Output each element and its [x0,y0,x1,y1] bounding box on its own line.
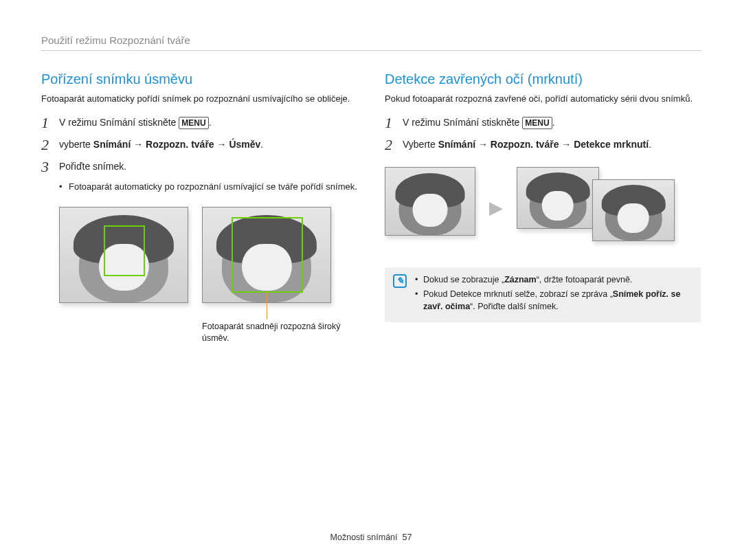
right-step-1: 1 V režimu Snímání stiskněte MENU. [385,115,701,131]
note2-post: “. Pořiďte další snímek. [470,302,559,311]
step-text: V režimu Snímání stiskněte MENU. [403,115,555,130]
step-number: 1 [41,115,59,131]
note-icon: ✎ [393,274,407,288]
right-intro: Pokud fotoaparát rozpozná zavřené oči, p… [385,93,701,105]
menu-button-icon: MENU [179,117,208,130]
blink-photo-series [517,167,695,249]
left-step-1: 1 V režimu Snímání stiskněte MENU. [41,115,357,131]
note1-post: “, držte fotoaparát pevně. [537,275,633,284]
step-number: 2 [385,137,403,153]
right-step-2: 2 Vyberte Snímání → Rozpozn. tváře → Det… [385,137,701,153]
content-columns: Pořízení snímku úsměvu Fotoaparát automa… [41,71,701,344]
step2-bold: Snímání → Rozpozn. tváře → Úsměv [93,139,261,150]
footer-page-number: 57 [403,533,412,542]
step1-pre: V režimu Snímání stiskněte [403,117,522,128]
left-column: Pořízení snímku úsměvu Fotoaparát automa… [41,71,357,344]
step2-pre: vyberte [59,139,93,150]
note-box: ✎ Dokud se zobrazuje „Záznam“, držte fot… [385,267,701,323]
smile-caption: Fotoaparát snadněji rozpozná široký úsmě… [202,321,346,344]
left-image-row: Fotoaparát snadněji rozpozná široký úsmě… [59,207,357,344]
left-step-2: 2 vyberte Snímání → Rozpozn. tváře → Úsm… [41,137,357,153]
step-number: 3 [41,159,59,175]
step1-post: . [552,117,555,128]
note1-pre: Dokud se zobrazuje „ [423,275,504,284]
footer-label: Možnosti snímání [330,533,398,542]
right-section-title: Detekce zavřených očí (mrknutí) [385,71,701,87]
note-item-2: Pokud Detekce mrknutí selže, zobrazí se … [415,289,693,313]
menu-button-icon: MENU [522,117,552,130]
step2-pre: Vyberte [403,139,438,150]
arrow-right-icon: ▶ [489,197,503,219]
callout-line [267,292,267,320]
page-footer: Možnosti snímání 57 [0,533,742,542]
step-text: Vyberte Snímání → Rozpozn. tváře → Detek… [403,137,651,152]
blink-series-photo-2 [592,179,675,241]
blink-series-photo-1 [517,167,599,229]
note2-pre: Pokud Detekce mrknutí selže, zobrazí se … [423,289,613,299]
step-number: 1 [385,115,403,131]
breadcrumb: Použití režimu Rozpoznání tváře [41,34,701,51]
step-text: Pořiďte snímek. [59,159,126,174]
note1-bold: Záznam [504,275,537,284]
left-step3-bullet: Fotoaparát automaticky po rozpoznání usm… [59,181,357,193]
right-column: Detekce zavřených očí (mrknutí) Pokud fo… [385,71,701,344]
step2-bold: Snímání → Rozpozn. tváře → Detekce mrknu… [438,139,649,150]
left-section-title: Pořízení snímku úsměvu [41,71,357,87]
blink-photo-detected [385,167,475,236]
note-item-1: Dokud se zobrazuje „Záznam“, držte fotoa… [415,274,693,287]
left-intro: Fotoaparát automaticky pořídí snímek po … [41,93,357,105]
smile-photo-large-rect [202,207,331,303]
step1-pre: V režimu Snímání stiskněte [59,117,179,128]
step1-post: . [209,117,212,128]
note-list: Dokud se zobrazuje „Záznam“, držte fotoa… [415,274,693,316]
step-text: V režimu Snímání stiskněte MENU. [59,115,212,130]
step2-post: . [260,139,263,150]
step-number: 2 [41,137,59,153]
step-text: vyberte Snímání → Rozpozn. tváře → Úsměv… [59,137,263,152]
smile-photo-small-rect [59,207,188,303]
smile-photo-with-caption: Fotoaparát snadněji rozpozná široký úsmě… [202,207,346,344]
left-step-3: 3 Pořiďte snímek. [41,159,357,175]
step2-post: . [649,139,651,150]
right-image-row: ▶ [385,167,701,249]
